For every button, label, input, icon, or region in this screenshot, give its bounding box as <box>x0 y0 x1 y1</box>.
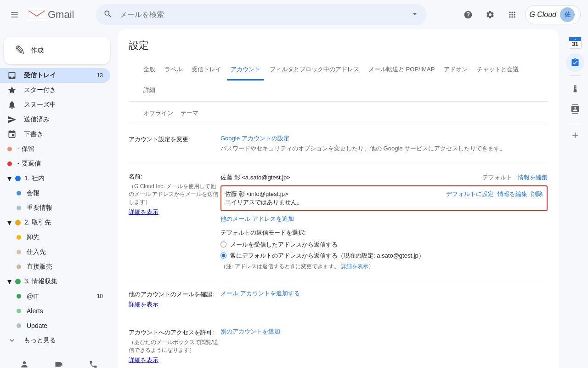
sidebar-item-customer[interactable]: 卸先 <box>0 230 110 245</box>
sidebar-item-important-info[interactable]: 重要情報 <box>0 201 110 215</box>
search-input[interactable] <box>96 4 427 25</box>
tab-chat[interactable]: チャットと会議 <box>473 60 522 80</box>
compose-plus-icon: ✎ <box>15 44 25 57</box>
sidebar-item-update[interactable]: Update <box>0 318 110 333</box>
settings-content: アカウント設定を変更: Google アカウントの設定 パスワードやセキュリティ… <box>118 125 559 368</box>
add-account-link[interactable]: 別のアカウントを追加 <box>220 328 280 335</box>
direct-sales-label: 直接販売 <box>27 263 52 271</box>
name-content: 佐藤 彰 <a.sato@gtest.jp> デフォルト 情報を編集 佐藤 彰 … <box>220 172 548 270</box>
meeting-label: 会報 <box>27 189 40 197</box>
meet-button[interactable] <box>50 355 68 368</box>
sidebar-bottom <box>0 351 118 368</box>
main-content: 設定 全般 ラベル 受信トレイ アカウント フィルタとブロック中のアドレス メー… <box>118 29 559 368</box>
reserved-label: - 保留 <box>17 145 34 153</box>
apps-button[interactable] <box>503 6 521 24</box>
compose-button[interactable]: ✎ 作成 <box>4 37 110 64</box>
other-accounts-label: 他のアカウントのメールを確認: 詳細を表示 <box>129 289 220 309</box>
important-dot <box>17 206 21 210</box>
sidebar-item-meeting[interactable]: 会報 <box>0 186 110 201</box>
sidebar-inbox-label: 受信トレイ <box>24 71 97 80</box>
settings-button[interactable] <box>481 6 499 24</box>
reply-from-received-label: メールを受信したアドレスから返信する <box>230 241 338 249</box>
subtab-theme[interactable]: テーマ <box>177 105 202 121</box>
sidebar-item-starred[interactable]: スター付き <box>0 83 110 98</box>
google-account-link[interactable]: Google アカウントの設定 <box>220 135 289 142</box>
menu-button[interactable] <box>7 6 24 23</box>
account-chip[interactable]: G Cloud 佐 <box>525 5 581 24</box>
grant-access-content: 別のアカウントを追加 <box>220 328 548 336</box>
add-email-link[interactable]: 他のメール アドレスを追加 <box>220 215 548 223</box>
section-2-chevron: ▾ <box>7 218 11 228</box>
draft-icon <box>7 130 17 139</box>
tasks-icon-button[interactable] <box>566 53 584 72</box>
right-divider-1 <box>570 75 581 76</box>
reply-from-default-radio[interactable] <box>220 253 226 259</box>
grant-access-details-link[interactable]: 詳細を表示 <box>129 356 220 364</box>
account2-alias: エイリアスではありません。 <box>225 198 303 207</box>
compose-label: 作成 <box>31 46 44 55</box>
contacts-button[interactable] <box>15 355 34 368</box>
sidebar-item-supplier[interactable]: 仕入先 <box>0 245 110 259</box>
subtab-offline[interactable]: オフライン <box>140 105 177 121</box>
grant-access-label-text: アカウントへのアクセスを許可: <box>129 328 220 337</box>
at-it-dot <box>17 294 21 299</box>
other-accounts-details-link[interactable]: 詳細を表示 <box>129 300 220 309</box>
sidebar-item-sent[interactable]: 送信済み <box>0 112 110 127</box>
name-label-text: 名前: <box>129 172 220 181</box>
at-it-label: @IT <box>27 293 39 300</box>
calendar-icon-button[interactable]: ● 31 <box>566 33 584 52</box>
tab-accounts[interactable]: アカウント <box>227 60 264 80</box>
account2-delete-link[interactable]: 削除 <box>531 190 543 198</box>
account2-set-default-link[interactable]: デフォルトに設定 <box>446 190 494 198</box>
account-name: G Cloud <box>529 11 556 19</box>
other-accounts-label-text: 他のアカウントのメールを確認: <box>129 290 220 299</box>
sidebar-item-needs-reply[interactable]: - 要返信 <box>0 156 110 171</box>
sidebar-snoozed-label: スヌーズ中 <box>24 101 103 109</box>
sidebar-item-direct-sales[interactable]: 直接販売 <box>0 259 110 274</box>
sidebar-item-at-it[interactable]: @IT 10 <box>0 289 110 304</box>
reply-mode-details-link[interactable]: 詳細を表示 <box>341 263 368 270</box>
sidebar-item-reserved[interactable]: - 保留 <box>0 142 110 156</box>
sidebar-item-alerts[interactable]: Alerts <box>0 304 110 318</box>
sidebar-item-inbox[interactable]: 受信トレイ 13 <box>0 68 110 83</box>
tab-filters[interactable]: フィルタとブロック中のアドレス <box>266 60 363 80</box>
sidebar-item-drafts[interactable]: 下書き <box>0 127 110 142</box>
reply-from-default-option: 常にデフォルトのアドレスから返信する（現在の設定: a.sato@gtest.j… <box>220 252 548 260</box>
contacts-icon-button[interactable] <box>566 100 584 118</box>
supplier-label: 仕入先 <box>27 248 46 256</box>
add-mail-account-link[interactable]: メール アカウントを追加する <box>220 290 300 297</box>
alerts-dot <box>17 309 21 313</box>
section-1-chevron: ▾ <box>7 173 11 184</box>
svg-rect-2 <box>11 17 18 17</box>
add-app-icon-button[interactable] <box>566 126 584 144</box>
help-button[interactable] <box>459 6 477 24</box>
section-2-header[interactable]: ▾ 2. 取引先 <box>0 215 118 230</box>
section-2-dot <box>15 220 21 225</box>
tab-forwarding[interactable]: メール転送と POP/IMAP <box>365 60 438 80</box>
reply-from-received-radio[interactable] <box>220 242 226 247</box>
sidebar-sent-label: 送信済み <box>24 115 103 124</box>
more-label: もっと見る <box>24 336 56 345</box>
tab-general[interactable]: 全般 <box>140 60 159 80</box>
important-info-label: 重要情報 <box>27 204 52 212</box>
account1-default-text: デフォルト <box>482 173 512 182</box>
more-button[interactable]: もっと見る <box>0 333 110 348</box>
name-show-details-link[interactable]: 詳細を表示 <box>129 208 220 216</box>
sidebar-item-snoozed[interactable]: スヌーズ中 <box>0 98 110 112</box>
tab-advanced[interactable]: 詳細 <box>140 80 159 101</box>
section-1-header[interactable]: ▾ 1. 社内 <box>0 171 118 186</box>
tab-addons[interactable]: アドオン <box>440 60 471 80</box>
tab-inbox[interactable]: 受信トレイ <box>188 60 225 80</box>
phone-button[interactable] <box>84 355 102 368</box>
meeting-dot <box>17 191 21 196</box>
search-dropdown-icon[interactable] <box>410 10 419 20</box>
section-3-header[interactable]: ▾ 3. 情報収集 <box>0 274 118 289</box>
customer-dot <box>17 235 21 240</box>
tab-labels[interactable]: ラベル <box>161 60 186 80</box>
grant-access-label: アカウントへのアクセスを許可: （あなたのメールボックスで閲覧/送信できるように… <box>129 328 220 364</box>
direct-sales-dot <box>17 264 21 269</box>
keep-icon-button[interactable] <box>566 80 584 98</box>
account2-edit-link[interactable]: 情報を編集 <box>498 190 527 198</box>
account1-edit-link[interactable]: 情報を編集 <box>518 173 548 182</box>
section-2-label: 2. 取引先 <box>24 218 51 227</box>
